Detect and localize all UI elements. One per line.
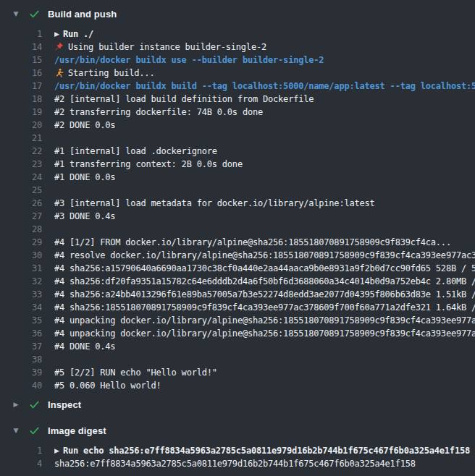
log-text: #3 DONE 0.4s [54,211,115,221]
check-icon [29,399,48,410]
line-number[interactable]: 32 [0,275,42,288]
line-number[interactable]: 16 [0,67,42,80]
line-number[interactable]: 31 [0,262,42,275]
log-line: 22#1 [internal] load .dockerignore [0,145,475,158]
log-line: 21 [0,132,475,145]
log-text: #4 DONE 0.4s [54,341,115,352]
line-number[interactable]: 23 [0,158,42,171]
line-number[interactable]: 33 [0,288,42,301]
chevron-right-icon[interactable]: ▶ [54,27,63,41]
log-text: #4 resolve docker.io/library/alpine@sha2… [54,250,475,260]
log-text: Run echo sha256:e7ff8834a5963a2785c5a081… [63,446,470,456]
line-number[interactable]: 30 [0,249,42,262]
line-number[interactable]: 24 [0,171,42,184]
log-line: 38 [0,353,475,366]
log-text [54,184,475,197]
log-line: 27#3 DONE 0.4s [0,210,475,223]
log-text: #4 sha256:a15790640a6690aa1730c38cf0a440… [54,262,475,275]
log-text: #2 [internal] load build definition from… [54,93,475,106]
log-line: 24#1 DONE 0.0s [0,171,475,184]
log-text: #4 unpacking docker.io/library/alpine@sh… [54,314,475,327]
log-text: sha256:e7ff8834a5963a2785c5a0811e979d16b… [54,459,416,469]
line-number[interactable]: 1 [0,444,42,457]
log-line: 20#2 DONE 0.0s [0,119,475,132]
log-text: #1 DONE 0.0s [54,171,475,184]
line-number[interactable]: 21 [0,132,42,145]
log-line: 15/usr/bin/docker buildx use --builder b… [0,54,475,67]
line-number[interactable]: 18 [0,93,42,106]
line-number[interactable]: 38 [0,353,42,366]
log-line: 4sha256:e7ff8834a5963a2785c5a0811e979d16… [0,457,475,470]
section-label: Image digest [48,425,106,436]
log-line: 19#2 transferring dockerfile: 74B 0.0s d… [0,106,475,119]
log-text: #4 sha256:df20fa9351a15782c64e6dddb2d4a6… [54,275,475,288]
log-text: Using builder instance builder-single-2 [54,41,475,54]
section-spacer [0,414,475,421]
log-text: #2 transferring dockerfile: 74B 0.0s don… [54,106,475,119]
log-text: #4 unpacking docker.io/library/alpine@sh… [54,328,475,339]
line-number[interactable]: 34 [0,301,42,314]
log-line: 36#4 unpacking docker.io/library/alpine@… [0,327,475,340]
chevron-right-icon[interactable]: ▶ [12,395,20,414]
log-text: #4 sha256:185518070891758909c9f839cf4ca3… [54,302,475,313]
chevron-down-icon[interactable]: ▼ [12,4,20,23]
line-number[interactable]: 36 [0,327,42,340]
line-number[interactable]: 15 [0,54,42,67]
line-number[interactable]: 28 [0,223,42,236]
log-text: #3 DONE 0.4s [54,210,475,223]
line-number[interactable]: 40 [0,379,42,392]
log-text: #3 [internal] load metadata for docker.i… [54,198,375,208]
log-line: 39#5 [2/2] RUN echo "Hello world!" [0,366,475,379]
log-text: #4 sha256:185518070891758909c9f839cf4ca3… [54,301,475,314]
line-number[interactable]: 19 [0,106,42,119]
check-icon [29,425,48,436]
run-command-line: ▶Run ./ [54,27,475,41]
log-text: #5 0.060 Hello world! [54,381,161,391]
log-text: #2 DONE 0.0s [54,120,115,130]
line-number[interactable]: 20 [0,119,42,132]
line-number[interactable]: 35 [0,314,42,327]
log-text: #2 DONE 0.0s [54,119,475,132]
section-header-build-and-push[interactable]: ▼Build and push [0,4,475,23]
log-line: 26#3 [internal] load metadata for docker… [0,197,475,210]
log-text: #4 [1/2] FROM docker.io/library/alpine@s… [54,236,475,249]
line-number[interactable]: 39 [0,366,42,379]
log-line: 35#4 unpacking docker.io/library/alpine@… [0,314,475,327]
log-text: #5 [2/2] RUN echo "Hello world!" [54,367,217,378]
pushpin-icon [54,42,68,52]
line-number[interactable]: 27 [0,210,42,223]
log-text: #1 DONE 0.0s [54,172,115,182]
line-number[interactable]: 14 [0,41,42,54]
chevron-right-icon[interactable]: ▶ [54,444,63,457]
log-text: #4 resolve docker.io/library/alpine@sha2… [54,249,475,262]
log-lines-image-digest: 1▶Run echo sha256:e7ff8834a5963a2785c5a0… [0,444,475,470]
line-number[interactable]: 1 [0,27,42,41]
log-line: 29#4 [1/2] FROM docker.io/library/alpine… [0,236,475,249]
line-number[interactable]: 4 [0,457,42,470]
line-number[interactable]: 22 [0,145,42,158]
log-text: sha256:e7ff8834a5963a2785c5a0811e979d16b… [54,457,475,470]
log-text: /usr/bin/docker buildx build --tag local… [54,81,475,91]
log-line: 1▶Run ./ [0,27,475,41]
line-number[interactable]: 25 [0,184,42,197]
log-text: #5 0.060 Hello world! [54,379,475,392]
log-text: #4 unpacking docker.io/library/alpine@sh… [54,315,475,326]
line-number[interactable]: 26 [0,197,42,210]
log-text: Starting build... [54,67,475,80]
log-text: #4 sha256:a24bb4013296f61e89ba57005a7b3e… [54,288,475,301]
log-text: #2 transferring dockerfile: 74B 0.0s don… [54,107,263,117]
runner-icon [54,68,68,78]
line-number[interactable]: 37 [0,340,42,353]
line-number[interactable]: 17 [0,80,42,93]
section-header-image-digest[interactable]: ▼Image digest [0,421,475,440]
log-line: 37#4 DONE 0.4s [0,340,475,353]
section-label: Inspect [48,399,81,410]
log-line: 16Starting build... [0,67,475,80]
line-number[interactable]: 29 [0,236,42,249]
chevron-down-icon[interactable]: ▼ [12,421,20,440]
section-header-inspect[interactable]: ▶Inspect [0,395,475,414]
log-text: #4 unpacking docker.io/library/alpine@sh… [54,327,475,340]
log-text: #2 [internal] load build definition from… [54,94,314,104]
log-text: #1 transferring context: 2B 0.0s done [54,158,475,171]
log-line: 25 [0,184,475,197]
